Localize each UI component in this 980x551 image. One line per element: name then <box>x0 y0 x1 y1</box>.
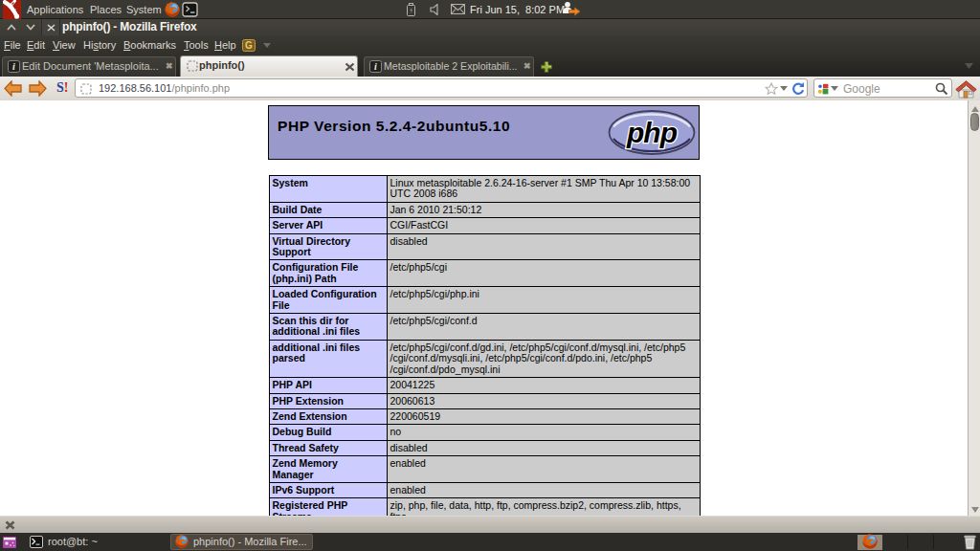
svg-text:i: i <box>12 61 15 72</box>
svg-text:G: G <box>245 40 253 51</box>
svg-text:i: i <box>374 61 377 72</box>
svg-text:php: php <box>626 117 678 148</box>
